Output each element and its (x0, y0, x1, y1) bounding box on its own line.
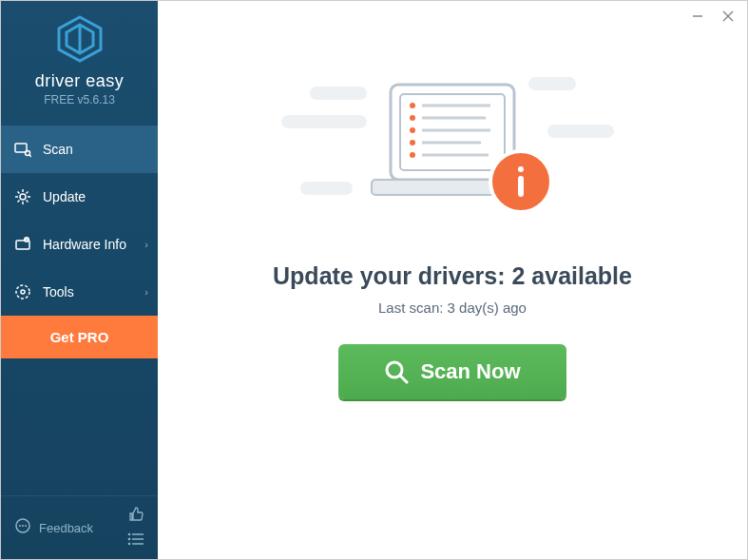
sidebar-item-label: Tools (43, 284, 74, 299)
magnifier-icon (384, 359, 409, 384)
svg-rect-3 (15, 144, 27, 152)
svg-point-16 (128, 533, 131, 536)
sidebar: driver easy FREE v5.6.13 Scan Update i H… (1, 1, 158, 559)
sidebar-item-tools[interactable]: Tools › (1, 268, 158, 316)
svg-point-36 (410, 152, 415, 158)
svg-point-28 (410, 103, 415, 108)
minimize-button[interactable] (684, 5, 711, 28)
last-scan-label: Last scan: 3 day(s) ago (378, 299, 527, 316)
svg-point-15 (25, 525, 27, 527)
sidebar-bottom: Feedback (1, 495, 158, 559)
sidebar-item-scan[interactable]: Scan (1, 126, 158, 173)
logo-icon (1, 15, 158, 67)
illustration (300, 68, 604, 239)
svg-text:i: i (26, 237, 27, 242)
svg-point-20 (128, 543, 131, 546)
brand-name: driver easy (1, 71, 158, 91)
titlebar (679, 1, 747, 31)
svg-point-30 (410, 115, 415, 121)
svg-point-10 (16, 285, 29, 299)
version-label: FREE v5.6.13 (1, 93, 158, 106)
svg-point-14 (22, 525, 24, 527)
nav: Scan Update i Hardware Info › Tools › Ge… (1, 126, 158, 358)
sidebar-item-label: Scan (43, 142, 73, 157)
svg-point-34 (410, 140, 415, 145)
svg-rect-40 (518, 176, 524, 197)
logo-area: driver easy FREE v5.6.13 (1, 1, 158, 116)
chevron-right-icon: › (144, 239, 148, 250)
main-area: Update your drivers: 2 available Last sc… (158, 1, 747, 559)
hardware-icon: i (14, 236, 31, 253)
gear-icon (14, 188, 31, 205)
svg-point-32 (410, 127, 415, 133)
svg-line-5 (29, 155, 31, 157)
feedback-icon[interactable] (14, 517, 31, 538)
headline: Update your drivers: 2 available (273, 262, 632, 290)
get-pro-button[interactable]: Get PRO (1, 316, 158, 358)
svg-rect-39 (518, 166, 524, 172)
svg-line-42 (400, 376, 407, 382)
thumbs-up-icon[interactable] (127, 506, 144, 527)
scan-now-button[interactable]: Scan Now (338, 344, 566, 399)
tools-icon (14, 283, 31, 300)
get-pro-label: Get PRO (50, 329, 109, 345)
svg-point-6 (20, 194, 26, 200)
list-icon[interactable] (127, 532, 144, 550)
chevron-right-icon: › (144, 286, 148, 298)
close-button[interactable] (715, 5, 741, 28)
feedback-label[interactable]: Feedback (39, 521, 93, 535)
svg-point-4 (26, 151, 30, 156)
sidebar-item-label: Hardware Info (43, 237, 126, 252)
svg-point-18 (128, 538, 131, 541)
sidebar-item-update[interactable]: Update (1, 173, 158, 221)
sidebar-item-label: Update (43, 189, 86, 204)
content: Update your drivers: 2 available Last sc… (158, 1, 747, 399)
scan-now-label: Scan Now (420, 359, 520, 384)
svg-point-11 (21, 290, 25, 294)
sidebar-item-hardware-info[interactable]: i Hardware Info › (1, 221, 158, 268)
search-icon (14, 141, 31, 158)
svg-point-13 (19, 525, 21, 527)
